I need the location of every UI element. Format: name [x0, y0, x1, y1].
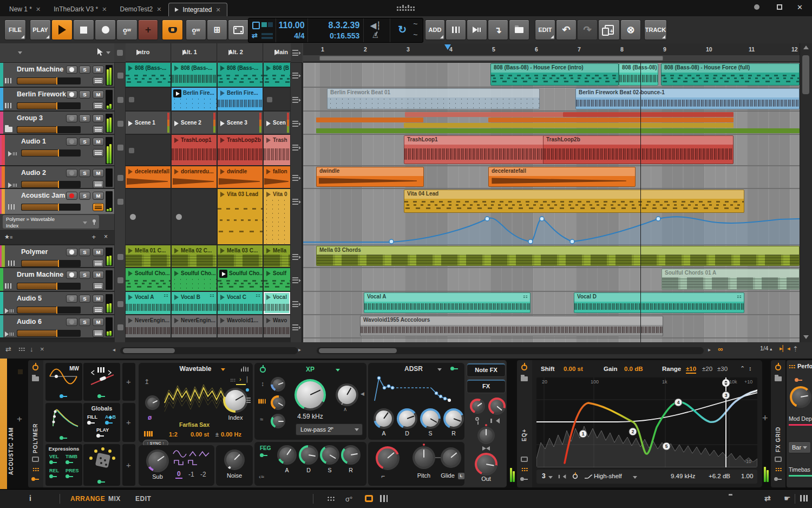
expression-param-2[interactable]: REL — [49, 468, 59, 473]
solo-button[interactable]: S — [79, 66, 90, 74]
clip-play-icon[interactable] — [266, 169, 271, 174]
env-knob-D[interactable] — [397, 408, 417, 429]
performance-bar-dropdown[interactable]: Bar — [788, 441, 811, 453]
launcher-cell[interactable]: Soulful Cho... — [218, 268, 263, 292]
globals-ab-target-icon[interactable] — [105, 420, 114, 425]
arranger-clip[interactable]: 808 (Bass-08) - House Force (intro) — [490, 63, 619, 86]
launcher-cell[interactable]: TrashLoop1 — [172, 135, 217, 166]
clip-play-icon[interactable] — [220, 248, 225, 253]
arranger-clip[interactable]: Soulful Chords 01 A — [662, 269, 800, 290]
scene-column-header[interactable]: Main — [264, 43, 292, 62]
launcher-cell[interactable]: 808 (Bass-... — [172, 63, 217, 88]
glide-knob[interactable] — [441, 447, 461, 468]
arranger-stop-button[interactable] — [117, 97, 123, 103]
scene-column-header[interactable]: Alt. 1 — [172, 43, 217, 62]
launcher-cell[interactable]: 808 (Bass-... — [126, 63, 171, 88]
launcher-cell[interactable]: Vita 03 Lead — [218, 189, 263, 245]
eq-power-icon[interactable] — [521, 364, 527, 370]
osc-keyboard-icon[interactable] — [144, 431, 153, 437]
clip-play-icon[interactable] — [266, 66, 271, 71]
transport-mode-icons[interactable]: ⇄ — [248, 18, 276, 42]
arranger-track-lane[interactable]: Vocal AVocal D — [303, 292, 800, 315]
launcher-clip[interactable]: 808 (Bass-... — [172, 63, 217, 87]
env-knob-R[interactable] — [443, 408, 464, 429]
arranger-stop-button[interactable] — [117, 199, 123, 205]
launcher-cell[interactable] — [126, 189, 171, 245]
launcher-clip[interactable]: NeverEngin... — [172, 315, 217, 337]
track-menu-button[interactable] — [93, 329, 104, 337]
tab-close-icon[interactable]: ✕ — [156, 6, 161, 13]
stop-all-clips-button[interactable] — [117, 50, 123, 56]
eq-range-20[interactable]: ±20 — [702, 366, 712, 372]
env-knob-D[interactable] — [299, 445, 318, 465]
osc-random-icon[interactable] — [230, 379, 235, 382]
arranger-stop-button[interactable] — [117, 73, 123, 79]
scene-column-header[interactable]: Intro — [126, 43, 171, 62]
eq-band-gain-value[interactable]: +6.2 dB — [709, 473, 730, 479]
launcher-cell[interactable]: fallon — [264, 166, 291, 189]
launcher-scroll-left-icon[interactable]: ◂ — [113, 347, 115, 353]
arranger-track-lane[interactable] — [303, 112, 800, 135]
add-audio-track-button[interactable] — [467, 19, 487, 40]
mod-slot-add-3[interactable]: + — [122, 444, 135, 486]
eq-preset-icon[interactable] — [521, 376, 528, 381]
track-menu-button[interactable] — [93, 102, 104, 110]
solo-button[interactable]: S — [79, 138, 90, 146]
pitch-knob[interactable] — [412, 446, 435, 469]
polymer-expand-icon[interactable] — [32, 457, 39, 462]
clip-play-icon[interactable] — [174, 66, 179, 71]
mod-keytrack-target-icon[interactable] — [97, 394, 106, 398]
record-arm-button[interactable] — [66, 271, 77, 279]
restore-window-icon[interactable] — [777, 4, 782, 10]
mute-button[interactable]: M — [93, 114, 104, 122]
track-launcher-menu-icon[interactable] — [292, 145, 298, 151]
mute-button[interactable]: M — [93, 248, 104, 256]
position-section[interactable]: 8.3.2.39 0:16.553 — [308, 18, 364, 42]
filter-spread-knob[interactable] — [271, 377, 285, 392]
clip-launcher-record-button[interactable] — [162, 19, 183, 40]
track-menu-button[interactable] — [93, 126, 104, 134]
automation-lane-footer[interactable]: ★≡+× — [0, 231, 114, 245]
globals-fill-target-icon[interactable] — [87, 420, 96, 425]
glide-legato-badge[interactable]: L — [458, 473, 464, 479]
arranger-timeline[interactable]: 808 (Bass-08) - House Force (intro)808 (… — [303, 63, 800, 342]
osc-analyzer-icon[interactable] — [241, 366, 248, 372]
track-name[interactable]: Drum Machine — [17, 66, 63, 73]
arranger-scroll-handle[interactable] — [319, 348, 397, 353]
track-launcher-menu-icon[interactable] — [292, 121, 298, 127]
eq-shift-value[interactable]: 0.00 st — [564, 366, 583, 372]
volume-fader[interactable] — [21, 260, 81, 267]
arranger-clip[interactable]: Wavoloid1955 Acccolours — [360, 316, 663, 336]
launcher-clip[interactable]: dwindle — [218, 166, 263, 188]
polymer-preset-icon[interactable] — [32, 376, 39, 381]
launcher-cell[interactable]: Vocal B — [172, 292, 217, 315]
launcher-scroll-right-icon[interactable]: ▸ — [298, 347, 301, 353]
eq-band-node-2[interactable]: 2 — [629, 428, 637, 435]
track-header-5[interactable]: Acoustic JamSMPolymer » WavetableIndex★≡… — [0, 189, 114, 245]
clip-play-icon[interactable] — [128, 66, 133, 71]
mod-lfo-target-icon[interactable] — [60, 394, 68, 398]
eq-bell-icon[interactable]: ⌃ — [740, 365, 745, 372]
info-icon[interactable]: i — [29, 494, 31, 503]
filter-mode-caret[interactable] — [336, 369, 340, 372]
launcher-clip[interactable]: Wavoloid1... — [218, 315, 263, 337]
eq-range-30[interactable]: ±30 — [717, 366, 728, 372]
io-routing-icon[interactable]: ⇄ — [764, 494, 771, 503]
duplicate-button[interactable]: + — [598, 19, 620, 40]
play-button[interactable] — [51, 19, 73, 40]
voice-level-knob[interactable] — [488, 398, 506, 415]
view-tab-arrange[interactable]: ARRANGE — [70, 495, 105, 503]
mixer-panel-toggle-icon[interactable] — [380, 495, 388, 502]
fx-grid-expand-icon[interactable] — [775, 457, 782, 462]
mute-button[interactable]: M — [93, 271, 104, 279]
amp-mode-value[interactable]: ADSR — [392, 365, 435, 373]
clip-playing-icon[interactable] — [219, 270, 227, 278]
clip-stop-button[interactable] — [129, 97, 134, 102]
output-knob[interactable] — [475, 453, 497, 476]
track-name[interactable]: Audio 1 — [21, 138, 46, 145]
launcher-clip[interactable]: 808 (Bass-... — [218, 63, 263, 87]
automation-curve[interactable] — [303, 214, 800, 245]
clip-play-icon[interactable] — [266, 248, 271, 253]
clip-play-icon[interactable] — [220, 192, 225, 197]
volume-fader[interactable] — [21, 149, 81, 157]
